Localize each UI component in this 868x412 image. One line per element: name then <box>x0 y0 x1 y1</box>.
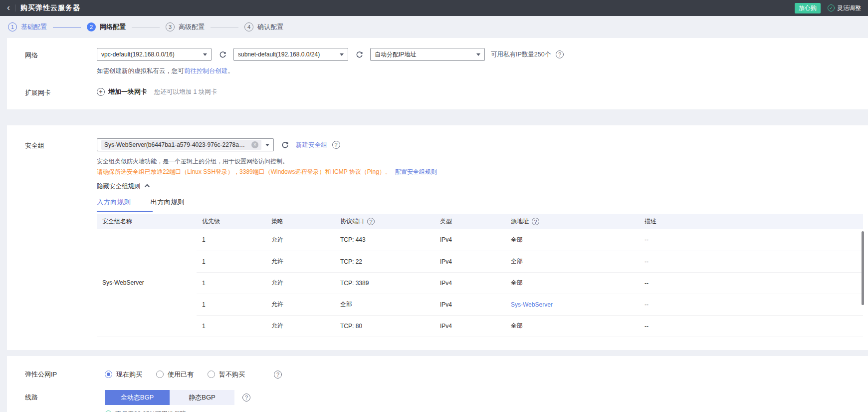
table-scrollbar[interactable] <box>862 231 864 305</box>
policy-cell: 允许 <box>266 315 335 337</box>
step-4-label: 确认配置 <box>257 22 283 31</box>
step-connector <box>132 27 160 27</box>
network-help-icon[interactable]: ? <box>556 50 564 58</box>
tab-inbound-rules[interactable]: 入方向规则 <box>97 198 131 212</box>
static-bgp-button[interactable]: 静态BGP <box>170 390 234 405</box>
type-cell: IPv4 <box>434 251 505 272</box>
source-cell: 全部 <box>505 315 639 337</box>
subnet-select[interactable]: subnet-default(192.168.0.0/24) <box>233 48 348 61</box>
group-name-cell: Sys-WebServer <box>97 229 197 337</box>
type-cell: IPv4 <box>434 294 505 315</box>
radio-icon <box>156 371 164 378</box>
priority-cell: 1 <box>197 272 266 294</box>
col-source: 源地址? <box>505 214 639 229</box>
title-divider <box>15 4 15 11</box>
sla-text: 不低于99.95%可用性保障 <box>115 410 186 412</box>
security-group-refresh-button[interactable] <box>278 138 291 151</box>
back-icon[interactable]: ‹ <box>7 3 10 12</box>
policy-cell: 允许 <box>266 251 335 272</box>
dynamic-bgp-button[interactable]: 全动态BGP <box>105 390 170 405</box>
col-group-name: 安全组名称 <box>97 214 197 229</box>
add-nic-button[interactable]: + 增加一块网卡 <box>97 87 147 96</box>
rule-row: 1 允许 全部 IPv4 Sys-WebServer -- <box>97 294 863 315</box>
add-nic-label: 增加一块网卡 <box>108 87 147 96</box>
vpc-refresh-button[interactable] <box>216 48 229 61</box>
ip-allocation-select[interactable]: 自动分配IP地址 <box>370 48 485 61</box>
goto-console-link[interactable]: 前往控制台创建 <box>184 67 228 74</box>
tag-remove-icon[interactable]: × <box>251 141 258 148</box>
source-cell: 全部 <box>505 272 639 294</box>
radio-buy-now[interactable]: 现在购买 <box>105 370 142 379</box>
security-group-help-icon[interactable]: ? <box>332 141 340 149</box>
step-network-config[interactable]: 2 网络配置 <box>87 22 126 31</box>
col-policy: 策略 <box>266 214 335 229</box>
eip-help-icon[interactable]: ? <box>274 371 282 379</box>
new-security-group-link[interactable]: 新建安全组 <box>296 141 327 149</box>
policy-cell: 允许 <box>266 294 335 315</box>
selected-security-group-text: Sys-WebServer(b6447ba1-a579-4023-976c-22… <box>104 141 247 148</box>
selected-security-group-tag: Sys-WebServer(b6447ba1-a579-4023-976c-22… <box>101 140 261 150</box>
radio-not-now-label: 暂不购买 <box>219 370 245 379</box>
col-protocol: 协议端口? <box>335 214 434 229</box>
step-2-circle: 2 <box>87 22 96 31</box>
subnet-refresh-button[interactable] <box>353 48 366 61</box>
radio-use-existing[interactable]: 使用已有 <box>156 370 194 379</box>
security-group-section: 安全组 Sys-WebServer(b6447ba1-a579-4023-976… <box>7 125 868 350</box>
eip-label: 弹性公网IP <box>25 370 97 379</box>
description-cell: -- <box>639 294 863 315</box>
radio-icon <box>105 371 112 378</box>
source-security-group-link[interactable]: Sys-WebServer <box>511 301 553 308</box>
radio-buy-now-label: 现在购买 <box>116 370 142 379</box>
nic-remaining-hint: 您还可以增加 1 块网卡 <box>154 88 217 96</box>
source-help-icon[interactable]: ? <box>532 218 539 225</box>
source-cell: 全部 <box>505 251 639 272</box>
type-cell: IPv4 <box>434 229 505 251</box>
radio-not-now[interactable]: 暂不购买 <box>208 370 245 379</box>
check-circle-icon: ✓ <box>828 4 835 11</box>
configure-rules-link[interactable]: 配置安全组规则 <box>395 168 437 175</box>
chevron-down-icon <box>340 53 344 56</box>
bgp-segmented-control: 全动态BGP 静态BGP <box>105 390 234 405</box>
step-confirm-config[interactable]: 4 确认配置 <box>244 22 283 31</box>
step-3-circle: 3 <box>166 22 175 31</box>
line-label: 线路 <box>25 390 97 402</box>
vpc-select-value: vpc-default(192.168.0.0/16) <box>101 51 175 58</box>
description-cell: -- <box>639 315 863 337</box>
rule-row: 1 允许 TCP: 80 IPv4 全部 -- <box>97 315 863 337</box>
protocol-cell: TCP: 443 <box>335 229 434 251</box>
security-group-description: 安全组类似防火墙功能，是一个逻辑上的分组，用于设置网络访问控制。 <box>97 157 868 166</box>
protocol-cell: TCP: 3389 <box>335 272 434 294</box>
security-group-select[interactable]: Sys-WebServer(b6447ba1-a579-4023-976c-22… <box>97 138 274 151</box>
priority-cell: 1 <box>197 229 266 251</box>
type-cell: IPv4 <box>434 272 505 294</box>
sla-guarantee: ✓ 不低于99.95%可用性保障 <box>105 410 868 412</box>
ip-allocation-value: 自动分配IP地址 <box>375 50 416 59</box>
flexible-adjust-label: 灵活调整 <box>837 4 861 12</box>
page-title: 购买弹性云服务器 <box>20 3 80 12</box>
col-protocol-label: 协议端口 <box>340 217 364 226</box>
priority-cell: 1 <box>197 294 266 315</box>
vpc-select[interactable]: vpc-default(192.168.0.0/16) <box>97 48 212 61</box>
policy-cell: 允许 <box>266 229 335 251</box>
network-label: 网络 <box>25 48 97 60</box>
step-3-label: 高级配置 <box>179 22 205 31</box>
security-group-warning-text: 请确保所选安全组已放通22端口（Linux SSH登录），3389端口（Wind… <box>97 168 391 175</box>
tab-outbound-rules[interactable]: 出方向规则 <box>151 198 185 212</box>
rules-table-wrap: 安全组名称 优先级 策略 协议端口? 类型 源地址? 描述 <box>97 214 863 337</box>
line-help-icon[interactable]: ? <box>242 394 250 402</box>
source-cell: Sys-WebServer <box>505 294 639 315</box>
chevron-down-icon <box>265 144 269 146</box>
vpc-hint-suffix: 。 <box>228 67 234 74</box>
step-basic-config[interactable]: 1 基础配置 <box>8 22 47 31</box>
step-advanced-config[interactable]: 3 高级配置 <box>166 22 205 31</box>
rule-row: 1 允许 TCP: 22 IPv4 全部 -- <box>97 251 863 272</box>
eip-radio-group: 现在购买 使用已有 暂不购买 ? <box>105 370 282 379</box>
eip-section: 弹性公网IP 现在购买 使用已有 暂不购买 ? 线路 全动态BGP 静态BGP <box>7 356 868 412</box>
rule-row: 1 允许 TCP: 3389 IPv4 全部 -- <box>97 272 863 294</box>
plus-icon: + <box>97 88 105 96</box>
priority-cell: 1 <box>197 251 266 272</box>
source-cell: 全部 <box>505 229 639 251</box>
assurance-badge[interactable]: 放心购 <box>795 3 821 13</box>
protocol-help-icon[interactable]: ? <box>367 218 375 225</box>
hide-rules-toggle[interactable]: 隐藏安全组规则 <box>97 182 868 191</box>
